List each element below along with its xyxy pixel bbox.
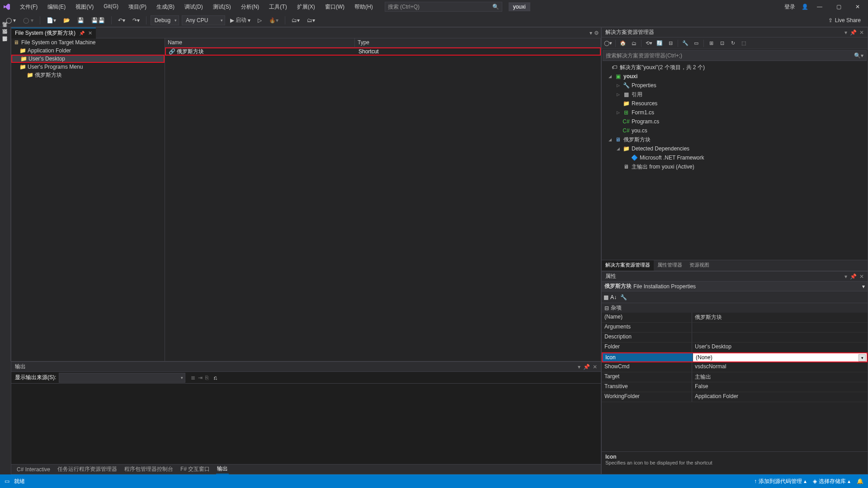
node-dotnet[interactable]: 🔷Microsoft .NET Framework — [602, 153, 868, 162]
btab-taskrunner[interactable]: 任务运行程序资源管理器 — [57, 465, 118, 474]
maximize-icon[interactable]: ▢ — [831, 1, 846, 13]
prop-arguments[interactable]: Arguments — [602, 323, 868, 333]
vtab-serverexplorer[interactable]: 服务器资源管理器 — [0, 42, 9, 49]
showall-icon[interactable]: ⊞ — [707, 39, 716, 48]
preview-icon[interactable]: ▭ — [692, 39, 701, 48]
tree-root[interactable]: 🖥 File System on Target Machine — [11, 38, 165, 47]
menu-tools[interactable]: 工具(T) — [265, 1, 290, 13]
home-icon[interactable]: 🏠 — [618, 39, 627, 48]
menu-help[interactable]: 帮助(H) — [351, 1, 377, 13]
tree-tetris[interactable]: 📁 俄罗斯方块 — [11, 71, 165, 79]
close-icon[interactable]: ✕ — [850, 1, 865, 13]
node-program[interactable]: C#Program.cs — [602, 117, 868, 126]
tree-users-desktop[interactable]: 📁 User's Desktop — [11, 55, 165, 63]
switchview-icon[interactable]: 🗂 — [629, 39, 638, 48]
output-wrap-button[interactable]: ⇥ — [198, 375, 203, 381]
panel-pin-icon[interactable]: 📌 — [850, 29, 857, 36]
prop-value[interactable]: 主输出 — [692, 372, 868, 382]
tree-users-programs-menu[interactable]: 📁 User's Programs Menu — [11, 63, 165, 71]
prop-folder[interactable]: FolderUser's Desktop — [602, 343, 868, 352]
prop-icon[interactable]: Icon(None)▾ — [602, 352, 868, 362]
panel-pin-icon[interactable]: 📌 — [850, 273, 857, 280]
categorized-icon[interactable]: ▦ — [604, 294, 609, 300]
vtab-toolbox[interactable]: 工具箱 — [0, 27, 9, 34]
menu-build[interactable]: 生成(B) — [153, 1, 178, 13]
status-select-repo[interactable]: ◈选择存储库 ▴ — [813, 478, 850, 485]
hot-reload-button[interactable]: 🔥▾ — [267, 16, 281, 25]
status-notifications[interactable]: 🔔 — [857, 478, 863, 484]
dropdown-button[interactable]: ▾ — [859, 354, 866, 361]
node-you[interactable]: C#you.cs — [602, 126, 868, 135]
setab-solexp[interactable]: 解决方案资源管理器 — [602, 260, 654, 271]
setab-propmgr[interactable]: 属性管理器 — [654, 260, 686, 271]
setab-resview[interactable]: 资源视图 — [686, 260, 713, 271]
prop-value[interactable]: Application Folder — [692, 392, 868, 402]
login-button[interactable]: 登录 — [782, 1, 798, 13]
doc-tab-filesystem[interactable]: File System (俄罗斯方块) 📌 ✕ — [11, 28, 96, 38]
col-type[interactable]: Type — [355, 38, 601, 47]
props-wrench-icon[interactable]: 🔧 — [620, 294, 627, 300]
node-form1[interactable]: ▷⊞Form1.cs — [602, 108, 868, 117]
panel-close-icon[interactable]: ✕ — [593, 364, 597, 370]
menu-window[interactable]: 窗口(W) — [321, 1, 348, 13]
refresh-icon[interactable]: ↻ — [728, 39, 737, 48]
prop-workingfolder[interactable]: WorkingFolderApplication Folder — [602, 392, 868, 402]
config-dropdown[interactable]: Debug — [151, 15, 179, 25]
wrench-icon[interactable]: 🔧 — [681, 39, 690, 48]
output-ext-button[interactable]: ⎌ — [214, 375, 217, 381]
node-resources[interactable]: 📁Resources — [602, 99, 868, 108]
solexp-search[interactable]: 搜索解决方案资源管理器(Ctrl+;) 🔍▾ — [603, 50, 867, 61]
fs-ed-button[interactable]: 🗂▾ — [289, 16, 302, 25]
new-file-button[interactable]: 📄▾ — [44, 16, 58, 25]
back-icon[interactable]: ◯▾ — [604, 39, 613, 48]
prop-value[interactable]: User's Desktop — [692, 343, 868, 352]
status-layout-icon[interactable]: ▭ — [5, 478, 9, 484]
prop-value[interactable]: 俄罗斯方块 — [692, 313, 868, 322]
menu-debug[interactable]: 调试(D) — [181, 1, 207, 13]
menu-project[interactable]: 项目(P) — [125, 1, 150, 13]
menu-test[interactable]: 测试(S) — [209, 1, 235, 13]
nav-forward-button[interactable]: ◯ ▾ — [21, 16, 35, 25]
panel-close-icon[interactable]: ✕ — [859, 29, 864, 36]
btab-csi[interactable]: C# Interactive — [16, 465, 51, 474]
node-dependencies[interactable]: ◢📁Detected Dependencies — [602, 144, 868, 153]
save-all-button[interactable]: 💾💾 — [89, 16, 107, 25]
prop-target[interactable]: Target主输出 — [602, 372, 868, 382]
vtab-datasources[interactable]: 数据源 — [0, 34, 9, 42]
liveshare-button[interactable]: ⇪ Live Share — [828, 17, 868, 23]
prop-name[interactable]: (Name)俄罗斯方块 — [602, 313, 868, 323]
start-nodebug-button[interactable]: ▷ — [255, 16, 264, 25]
menu-git[interactable]: Git(G) — [100, 1, 122, 13]
node-primary-output[interactable]: 🖥主输出 from youxi (Active) — [602, 162, 868, 171]
prop-value[interactable]: vsdscNormal — [692, 362, 868, 372]
pin-icon[interactable]: 📌 — [79, 31, 85, 36]
output-body[interactable] — [11, 384, 601, 464]
properties-icon[interactable]: ⊡ — [717, 39, 726, 48]
tree-application-folder[interactable]: 📁 Application Folder — [11, 47, 165, 55]
props-object-selector[interactable]: 俄罗斯方块 File Installation Properties ▾ — [602, 282, 868, 291]
prop-transitive[interactable]: TransitiveFalse — [602, 382, 868, 392]
prop-showcmd[interactable]: ShowCmdvsdscNormal — [602, 362, 868, 372]
start-debug-button[interactable]: ▶ 启动 ▾ — [228, 15, 253, 25]
nav-back-button[interactable]: ◯ ▾ — [4, 16, 18, 25]
reg-ed-button[interactable]: 🗂▾ — [305, 16, 317, 25]
collapse-icon[interactable]: ⊟ — [666, 39, 675, 48]
panel-pin-icon[interactable]: 📌 — [583, 364, 590, 370]
btab-pmc[interactable]: 程序包管理器控制台 — [123, 465, 174, 474]
menu-edit[interactable]: 编辑(E) — [44, 1, 69, 13]
project-youxi[interactable]: ◢▣ youxi — [602, 72, 868, 81]
menu-view[interactable]: 视图(V) — [72, 1, 97, 13]
menu-analyze[interactable]: 分析(N) — [237, 1, 263, 13]
panel-close-icon[interactable]: ✕ — [859, 273, 864, 280]
tab-close-icon[interactable]: ✕ — [88, 30, 92, 36]
panel-dropdown-icon[interactable]: ▾ — [844, 273, 847, 280]
prop-value[interactable]: False — [692, 382, 868, 392]
tab-settings-icon[interactable]: ⚙ — [594, 30, 599, 36]
sync-icon[interactable]: 🔄 — [655, 39, 664, 48]
output-clear-button[interactable]: ≣ — [191, 375, 195, 381]
user-icon[interactable]: 👤 — [802, 4, 808, 10]
list-row-shortcut[interactable]: 🔗 俄罗斯方块 Shortcut — [165, 47, 601, 56]
viewclass-icon[interactable]: ⬚ — [739, 39, 748, 48]
pending-icon[interactable]: ⟲▾ — [644, 39, 653, 48]
node-properties[interactable]: ▷🔧Properties — [602, 81, 868, 90]
